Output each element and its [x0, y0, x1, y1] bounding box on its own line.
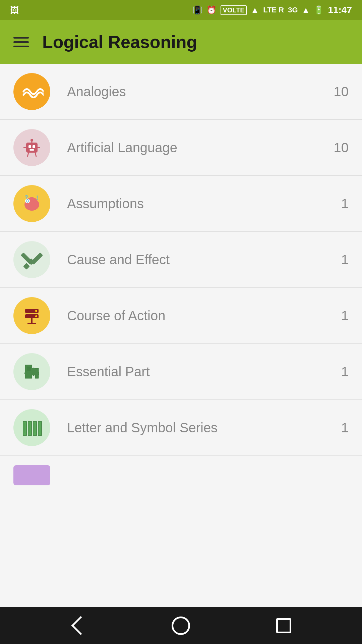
- signal-icon: ▲: [302, 5, 310, 15]
- vibrate-icon: 📳: [192, 5, 202, 15]
- svg-rect-36: [39, 422, 41, 435]
- partial-icon: [13, 465, 50, 485]
- menu-button[interactable]: [13, 37, 29, 47]
- analogies-label: Analogies: [67, 84, 328, 99]
- assumptions-count: 1: [328, 196, 349, 211]
- brain-icon: ! ?: [20, 192, 44, 215]
- wave-icon: [20, 80, 44, 103]
- essential-part-count: 1: [328, 364, 349, 379]
- svg-point-24: [35, 315, 37, 317]
- hamburger-line-1: [13, 37, 29, 39]
- list-item-analogies[interactable]: Analogies 10: [0, 64, 362, 120]
- screenshot-icon: 🖼: [10, 5, 19, 15]
- cause-and-effect-icon: [13, 241, 50, 278]
- recent-apps-icon: [276, 618, 291, 633]
- svg-line-9: [35, 153, 36, 157]
- server-icon: [20, 304, 44, 327]
- list-item-course-of-action[interactable]: Course of Action 1: [0, 288, 362, 344]
- books-icon: [20, 416, 44, 439]
- list-item-essential-part[interactable]: Essential Part 1: [0, 344, 362, 400]
- letter-and-symbol-series-label: Letter and Symbol Series: [67, 420, 328, 435]
- svg-rect-1: [28, 145, 31, 148]
- wifi-icon: ▲: [251, 5, 259, 15]
- bottom-nav: [0, 607, 362, 644]
- cause-and-effect-count: 1: [328, 252, 349, 267]
- svg-point-5: [31, 139, 33, 142]
- hamburger-line-2: [13, 41, 29, 43]
- list-item-cause-and-effect[interactable]: Cause and Effect 1: [0, 232, 362, 288]
- essential-part-label: Essential Part: [67, 364, 328, 379]
- svg-line-8: [27, 153, 28, 157]
- status-time: 11:47: [328, 5, 352, 15]
- essential-part-icon: [13, 353, 50, 390]
- assumptions-icon: ! ?: [13, 185, 50, 222]
- letter-and-symbol-series-count: 1: [328, 420, 349, 435]
- svg-rect-15: [23, 263, 30, 270]
- artificial-language-label: Artificial Language: [67, 140, 328, 155]
- svg-rect-0: [26, 143, 38, 153]
- svg-text:!: !: [36, 195, 38, 201]
- list-item-partial[interactable]: [0, 456, 362, 495]
- cause-and-effect-label: Cause and Effect: [67, 252, 328, 267]
- list-item-artificial-language[interactable]: Artificial Language 10: [0, 120, 362, 176]
- svg-rect-25: [27, 367, 31, 371]
- recent-apps-button[interactable]: [272, 614, 296, 637]
- svg-rect-3: [29, 149, 34, 151]
- course-of-action-count: 1: [328, 308, 349, 323]
- home-button[interactable]: [169, 614, 193, 637]
- volte-badge: VOLTE: [221, 5, 246, 15]
- content-list: Analogies 10 Artificial Language 10: [0, 64, 362, 607]
- puzzle-icon: [20, 360, 44, 383]
- svg-rect-2: [33, 145, 35, 148]
- lte-icon: LTE R: [263, 6, 284, 14]
- robot-icon: [20, 136, 44, 159]
- battery-icon: 🔋: [314, 5, 324, 15]
- analogies-icon: [13, 73, 50, 110]
- course-of-action-label: Course of Action: [67, 308, 328, 323]
- svg-point-23: [35, 310, 37, 312]
- page-title: Logical Reasoning: [42, 32, 197, 52]
- status-bar-right: 📳 ⏰ VOLTE ▲ LTE R 3G ▲ 🔋 11:47: [192, 5, 352, 15]
- assumptions-label: Assumptions: [67, 196, 328, 211]
- hamburger-line-3: [13, 46, 29, 47]
- back-button[interactable]: [66, 614, 90, 637]
- letter-and-symbol-series-icon: [13, 409, 50, 446]
- svg-rect-18: [31, 253, 43, 265]
- artificial-language-icon: [13, 129, 50, 166]
- alarm-icon: ⏰: [206, 5, 217, 15]
- app-bar: Logical Reasoning: [0, 20, 362, 64]
- home-icon: [172, 616, 190, 635]
- signal-3g-icon: 3G: [288, 6, 298, 14]
- artificial-language-count: 10: [328, 140, 349, 155]
- back-icon: [71, 616, 90, 635]
- status-bar-left: 🖼: [10, 5, 19, 15]
- svg-text:?: ?: [25, 195, 28, 200]
- list-item-letter-and-symbol-series[interactable]: Letter and Symbol Series 1: [0, 400, 362, 456]
- analogies-count: 10: [328, 84, 349, 99]
- course-of-action-icon: [13, 297, 50, 334]
- status-bar: 🖼 📳 ⏰ VOLTE ▲ LTE R 3G ▲ 🔋 11:47: [0, 0, 362, 20]
- list-item-assumptions[interactable]: ! ? Assumptions 1: [0, 176, 362, 232]
- tools-icon: [20, 248, 44, 271]
